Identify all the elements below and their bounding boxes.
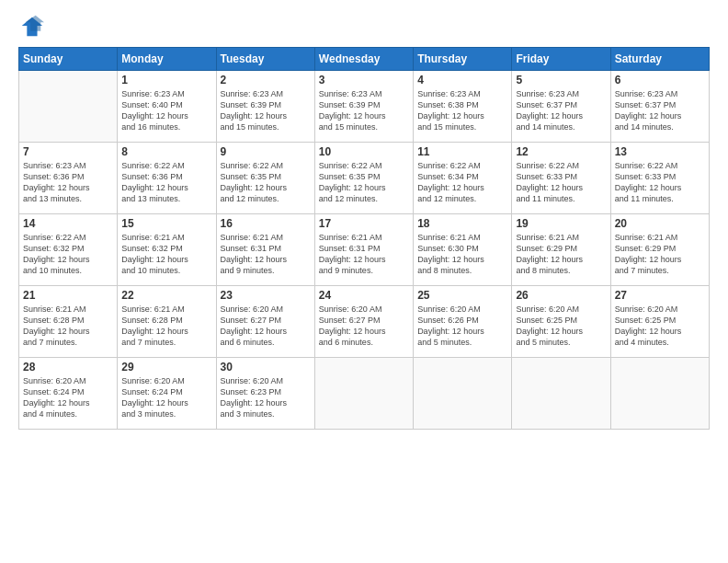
day-number: 26: [516, 289, 606, 302]
day-number: 25: [417, 289, 507, 302]
day-info: Sunrise: 6:22 AM Sunset: 6:34 PM Dayligh…: [417, 160, 507, 205]
calendar-cell-w1d3: 10Sunrise: 6:22 AM Sunset: 6:35 PM Dayli…: [314, 143, 413, 214]
day-info: Sunrise: 6:20 AM Sunset: 6:23 PM Dayligh…: [221, 375, 311, 420]
calendar-week-4: 28Sunrise: 6:20 AM Sunset: 6:24 PM Dayli…: [19, 358, 710, 430]
calendar-cell-w2d4: 18Sunrise: 6:21 AM Sunset: 6:30 PM Dayli…: [414, 214, 512, 286]
calendar-cell-w2d5: 19Sunrise: 6:21 AM Sunset: 6:29 PM Dayli…: [512, 214, 610, 286]
day-info: Sunrise: 6:20 AM Sunset: 6:25 PM Dayligh…: [516, 304, 606, 349]
day-number: 27: [615, 289, 705, 302]
day-info: Sunrise: 6:22 AM Sunset: 6:35 PM Dayligh…: [221, 160, 311, 205]
day-number: 4: [417, 74, 507, 86]
day-number: 7: [23, 145, 113, 158]
col-header-wednesday: Wednesday: [314, 48, 413, 71]
calendar-cell-w2d0: 14Sunrise: 6:22 AM Sunset: 6:32 PM Dayli…: [19, 214, 118, 286]
day-number: 30: [221, 361, 311, 373]
calendar-cell-w2d3: 17Sunrise: 6:21 AM Sunset: 6:31 PM Dayli…: [314, 214, 413, 286]
calendar-cell-w4d6: [610, 358, 709, 430]
calendar-cell-w0d4: 4Sunrise: 6:23 AM Sunset: 6:38 PM Daylig…: [414, 71, 512, 143]
day-number: 15: [121, 217, 211, 230]
col-header-saturday: Saturday: [610, 48, 709, 71]
day-info: Sunrise: 6:23 AM Sunset: 6:40 PM Dayligh…: [121, 88, 211, 133]
calendar-week-1: 7Sunrise: 6:23 AM Sunset: 6:36 PM Daylig…: [19, 143, 710, 214]
day-info: Sunrise: 6:20 AM Sunset: 6:26 PM Dayligh…: [417, 304, 507, 349]
calendar-cell-w3d4: 25Sunrise: 6:20 AM Sunset: 6:26 PM Dayli…: [414, 286, 512, 358]
day-info: Sunrise: 6:22 AM Sunset: 6:33 PM Dayligh…: [516, 160, 606, 205]
day-info: Sunrise: 6:22 AM Sunset: 6:33 PM Dayligh…: [615, 160, 705, 205]
calendar-cell-w4d5: [512, 358, 610, 430]
logo: [18, 14, 48, 40]
calendar-cell-w2d6: 20Sunrise: 6:21 AM Sunset: 6:29 PM Dayli…: [610, 214, 709, 286]
calendar-table: SundayMondayTuesdayWednesdayThursdayFrid…: [18, 47, 710, 430]
day-info: Sunrise: 6:21 AM Sunset: 6:28 PM Dayligh…: [23, 304, 113, 349]
calendar-cell-w4d1: 29Sunrise: 6:20 AM Sunset: 6:24 PM Dayli…: [118, 358, 216, 430]
day-info: Sunrise: 6:21 AM Sunset: 6:32 PM Dayligh…: [121, 232, 211, 277]
day-number: 9: [221, 145, 311, 158]
day-number: 12: [516, 145, 606, 158]
col-header-tuesday: Tuesday: [216, 48, 314, 71]
calendar-cell-w1d6: 13Sunrise: 6:22 AM Sunset: 6:33 PM Dayli…: [610, 143, 709, 214]
calendar-cell-w3d3: 24Sunrise: 6:20 AM Sunset: 6:27 PM Dayli…: [314, 286, 413, 358]
calendar-cell-w1d5: 12Sunrise: 6:22 AM Sunset: 6:33 PM Dayli…: [512, 143, 610, 214]
calendar-cell-w3d1: 22Sunrise: 6:21 AM Sunset: 6:28 PM Dayli…: [118, 286, 216, 358]
calendar-cell-w3d2: 23Sunrise: 6:20 AM Sunset: 6:27 PM Dayli…: [216, 286, 314, 358]
day-info: Sunrise: 6:23 AM Sunset: 6:39 PM Dayligh…: [221, 88, 311, 133]
calendar-cell-w4d0: 28Sunrise: 6:20 AM Sunset: 6:24 PM Dayli…: [19, 358, 118, 430]
day-info: Sunrise: 6:20 AM Sunset: 6:27 PM Dayligh…: [221, 304, 311, 349]
calendar-cell-w1d4: 11Sunrise: 6:22 AM Sunset: 6:34 PM Dayli…: [414, 143, 512, 214]
day-number: 28: [23, 361, 113, 373]
day-info: Sunrise: 6:22 AM Sunset: 6:36 PM Dayligh…: [121, 160, 211, 205]
calendar-cell-w0d3: 3Sunrise: 6:23 AM Sunset: 6:39 PM Daylig…: [314, 71, 413, 143]
day-info: Sunrise: 6:21 AM Sunset: 6:28 PM Dayligh…: [121, 304, 211, 349]
day-info: Sunrise: 6:23 AM Sunset: 6:36 PM Dayligh…: [23, 160, 113, 205]
calendar-cell-w3d0: 21Sunrise: 6:21 AM Sunset: 6:28 PM Dayli…: [19, 286, 118, 358]
day-info: Sunrise: 6:22 AM Sunset: 6:35 PM Dayligh…: [319, 160, 409, 205]
col-header-friday: Friday: [512, 48, 610, 71]
calendar-cell-w0d5: 5Sunrise: 6:23 AM Sunset: 6:37 PM Daylig…: [512, 71, 610, 143]
day-number: 3: [319, 74, 409, 86]
day-number: 29: [121, 361, 211, 373]
day-info: Sunrise: 6:20 AM Sunset: 6:25 PM Dayligh…: [615, 304, 705, 349]
calendar-cell-w3d5: 26Sunrise: 6:20 AM Sunset: 6:25 PM Dayli…: [512, 286, 610, 358]
day-number: 6: [615, 74, 705, 86]
calendar-cell-w2d1: 15Sunrise: 6:21 AM Sunset: 6:32 PM Dayli…: [118, 214, 216, 286]
day-number: 14: [23, 217, 113, 230]
day-info: Sunrise: 6:23 AM Sunset: 6:38 PM Dayligh…: [417, 88, 507, 133]
day-info: Sunrise: 6:21 AM Sunset: 6:30 PM Dayligh…: [417, 232, 507, 277]
calendar-cell-w4d4: [414, 358, 512, 430]
calendar-week-0: 1Sunrise: 6:23 AM Sunset: 6:40 PM Daylig…: [19, 71, 710, 143]
day-info: Sunrise: 6:23 AM Sunset: 6:37 PM Dayligh…: [615, 88, 705, 133]
calendar-cell-w0d0: [19, 71, 118, 143]
day-info: Sunrise: 6:20 AM Sunset: 6:27 PM Dayligh…: [319, 304, 409, 349]
day-info: Sunrise: 6:23 AM Sunset: 6:39 PM Dayligh…: [319, 88, 409, 133]
day-number: 5: [516, 74, 606, 86]
calendar-header-row: SundayMondayTuesdayWednesdayThursdayFrid…: [19, 48, 710, 71]
day-number: 16: [221, 217, 311, 230]
calendar-cell-w1d1: 8Sunrise: 6:22 AM Sunset: 6:36 PM Daylig…: [118, 143, 216, 214]
day-info: Sunrise: 6:21 AM Sunset: 6:31 PM Dayligh…: [319, 232, 409, 277]
day-number: 13: [615, 145, 705, 158]
calendar-week-3: 21Sunrise: 6:21 AM Sunset: 6:28 PM Dayli…: [19, 286, 710, 358]
col-header-monday: Monday: [118, 48, 216, 71]
day-number: 2: [221, 74, 311, 86]
day-number: 24: [319, 289, 409, 302]
day-number: 20: [615, 217, 705, 230]
calendar-cell-w4d2: 30Sunrise: 6:20 AM Sunset: 6:23 PM Dayli…: [216, 358, 314, 430]
calendar-cell-w0d6: 6Sunrise: 6:23 AM Sunset: 6:37 PM Daylig…: [610, 71, 709, 143]
day-info: Sunrise: 6:22 AM Sunset: 6:32 PM Dayligh…: [23, 232, 113, 277]
calendar-cell-w1d2: 9Sunrise: 6:22 AM Sunset: 6:35 PM Daylig…: [216, 143, 314, 214]
day-number: 21: [23, 289, 113, 302]
day-info: Sunrise: 6:21 AM Sunset: 6:31 PM Dayligh…: [221, 232, 311, 277]
calendar-cell-w0d1: 1Sunrise: 6:23 AM Sunset: 6:40 PM Daylig…: [118, 71, 216, 143]
day-info: Sunrise: 6:23 AM Sunset: 6:37 PM Dayligh…: [516, 88, 606, 133]
calendar-cell-w2d2: 16Sunrise: 6:21 AM Sunset: 6:31 PM Dayli…: [216, 214, 314, 286]
page: SundayMondayTuesdayWednesdayThursdayFrid…: [0, 0, 728, 563]
day-number: 23: [221, 289, 311, 302]
logo-icon: [18, 14, 44, 40]
day-number: 18: [417, 217, 507, 230]
calendar-cell-w1d0: 7Sunrise: 6:23 AM Sunset: 6:36 PM Daylig…: [19, 143, 118, 214]
day-number: 10: [319, 145, 409, 158]
col-header-thursday: Thursday: [414, 48, 512, 71]
calendar-cell-w4d3: [314, 358, 413, 430]
day-info: Sunrise: 6:21 AM Sunset: 6:29 PM Dayligh…: [615, 232, 705, 277]
day-number: 8: [121, 145, 211, 158]
